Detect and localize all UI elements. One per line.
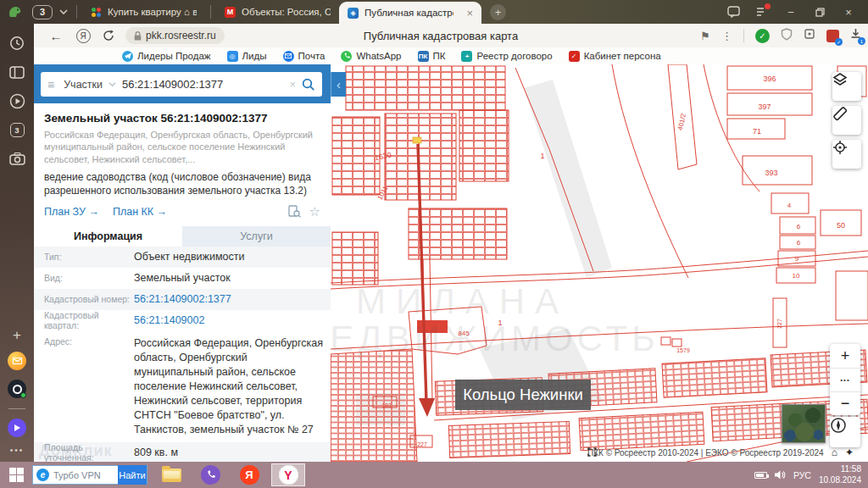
tabs-panel-icon[interactable] [8,63,26,81]
mini-map-thumbnail[interactable] [782,404,826,443]
add-app-icon[interactable]: + [13,328,21,342]
sidebar-more-icon[interactable]: ••• [10,446,25,455]
compass-button[interactable] [830,417,860,447]
restore-button[interactable] [812,4,827,19]
downloads-icon[interactable]: 1 [850,28,861,43]
clear-search-icon[interactable]: × [289,78,296,91]
measure-ruler-button[interactable] [832,106,861,135]
yandex-browser-icon: Y [279,465,298,485]
yandex-browser-button-active[interactable]: Y [271,463,305,486]
address-bar[interactable]: pkk.rosreestr.ru [125,27,225,44]
locate-target-button[interactable] [832,140,861,169]
svg-text:227: 227 [417,441,427,447]
messenger-icon[interactable] [8,380,26,398]
table-row: Тип:Объект недвижимости [34,247,331,268]
bookmark-reestr[interactable]: + Реестр договоро [461,51,552,62]
home-icon[interactable]: ⌂ [832,447,837,458]
search-icon[interactable] [302,78,315,92]
shield-icon[interactable] [781,28,793,44]
notifications-icon[interactable] [754,4,770,19]
new-tab-button[interactable]: + [490,4,506,20]
search-input[interactable]: 56:21:1409002:1377 [122,78,283,91]
file-explorer-button[interactable] [156,462,186,488]
map-watermark-line2: НЕДВИЖИМОСТЬ [331,319,659,359]
doc-search-icon[interactable] [288,205,301,218]
yandex-home-button[interactable]: Я [73,25,93,46]
star-diamond-icon[interactable]: ✦ [845,447,854,458]
map-canvas: 396 397 71 401/2 393 4 6 6 9 10 50 1630 … [331,64,868,462]
find-button[interactable]: Найти [118,465,147,485]
tab2-label: Объекты: Россия, Оренбу [242,7,331,17]
plan-zu-link[interactable]: План ЗУ → [44,206,99,218]
screenshot-camera-icon[interactable] [8,149,26,168]
back-button[interactable]: ← [46,25,66,46]
extension-icon[interactable] [804,28,815,43]
bookmark-label: Кабинет персона [584,51,661,61]
protect-check-icon[interactable]: ✓ [755,29,770,43]
bookmark-whatsapp[interactable]: WhatsApp [341,51,401,62]
viber-icon [201,465,220,485]
date-text: 10.08.2024 [819,475,861,486]
browser-logo-dino-icon[interactable] [7,3,24,20]
viber-button[interactable] [195,462,225,488]
media-play-icon[interactable] [8,92,26,110]
search-bar[interactable]: ≡ Участки 56:21:1409002:1377 × [41,72,322,97]
menu-dots-icon[interactable]: ⋮ [721,30,732,42]
bookmark-flag-icon[interactable]: ⚑ [700,30,710,42]
svg-text:10: 10 [793,272,800,280]
panels-bubble-icon[interactable] [726,4,741,19]
url-text: pkk.rosreestr.ru [146,30,216,42]
taskbar-clock[interactable]: 11:58 10.08.2024 [819,464,861,485]
taskbar-search-text[interactable]: Турбо VPN [49,470,118,480]
search-category-select[interactable]: Участки [64,79,103,91]
tab-kupit-kvartiru[interactable]: Купить квартиру ⌂ в Оре [82,0,205,24]
bookmarks-bar: Лидеры Продаж ◎ Лиды Почта WhatsApp ПК П… [34,47,868,64]
bookmark-lidery[interactable]: Лидеры Продаж [122,51,211,62]
row-value-link[interactable]: 56:21:1409002:1377 [134,293,331,305]
row-value-link[interactable]: 56:21:1409002 [134,314,331,326]
row-value: 809 кв. м [134,446,331,458]
tab-information[interactable]: Информация [34,226,182,247]
search-menu-icon[interactable]: ≡ [47,78,54,92]
history-clock-icon[interactable] [8,34,26,53]
plan-kk-link[interactable]: План КК → [113,206,167,218]
yandex-mail-icon[interactable] [8,352,26,370]
tab-services[interactable]: Услуги [182,226,331,247]
tab-list-chevron-icon[interactable] [56,5,71,19]
zoom-more-button[interactable]: ••• [830,368,860,391]
cadastral-map[interactable]: 396 397 71 401/2 393 4 6 6 9 10 50 1630 … [331,64,868,462]
row-label: Адрес: [34,336,134,347]
layers-button[interactable] [832,72,861,101]
alice-assistant-icon[interactable] [8,419,26,437]
tab-groups-badge[interactable]: 3 [8,120,26,139]
tab-count-badge[interactable]: 3 [32,5,53,19]
divider [743,29,744,42]
language-indicator[interactable]: РУС [793,470,811,480]
tab-obekty[interactable]: М Объекты: Россия, Оренбу [216,0,339,24]
close-window-button[interactable]: × [841,4,856,19]
zoom-in-button[interactable]: + [830,344,860,368]
bookmark-pochta[interactable]: Почта [283,51,326,62]
panel-collapse-button[interactable]: ‹ [331,72,346,97]
tab-close-icon[interactable]: × [466,7,473,19]
bookmark-lidy[interactable]: ◎ Лиды [227,51,267,62]
refresh-button[interactable] [98,25,119,46]
bookmark-pkk[interactable]: ПК ПК [418,51,446,62]
folder-icon [162,469,181,482]
svg-text:397: 397 [758,103,771,111]
extension-red-icon[interactable]: ✓ [826,30,839,42]
tab3-label: Публичная кадастрова [364,8,453,18]
taskbar-search[interactable]: e Турбо VPN Найти [32,465,147,485]
speaker-icon[interactable] [775,468,786,483]
map-watermark-line1: МИЛАНА [356,281,569,322]
battery-icon[interactable] [754,472,767,479]
mail-icon [283,51,294,62]
yandex-app-button[interactable]: Я [234,462,264,488]
browser-tab-bar: 3 Купить квартиру ⌂ в Оре М Объекты: Рос… [0,0,868,24]
bookmark-kabinet[interactable]: ✓ Кабинет персона [569,51,661,62]
zoom-out-button[interactable]: − [830,391,860,415]
start-button[interactable] [0,462,32,488]
minimize-button[interactable]: − [783,4,798,19]
tab-cadastral-map-active[interactable]: ◈ Публичная кадастрова × [339,2,481,24]
favorite-star-icon[interactable]: ☆ [309,204,320,219]
